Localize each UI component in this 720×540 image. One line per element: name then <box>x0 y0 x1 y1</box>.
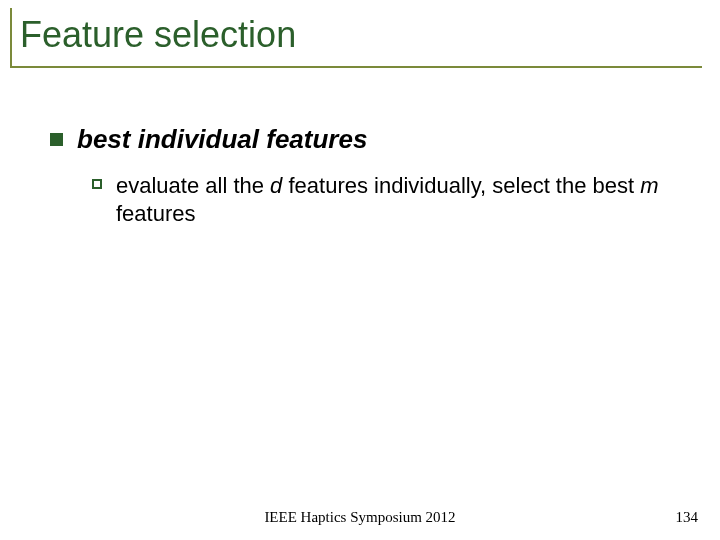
page-number: 134 <box>676 509 699 526</box>
bullet-level1: best individual features <box>50 124 367 155</box>
level1-text: best individual features <box>77 124 367 155</box>
level2-mid: features individually, select the best <box>282 173 640 198</box>
slide-title: Feature selection <box>10 8 702 66</box>
level2-m: m <box>640 173 658 198</box>
level2-pre: evaluate all the <box>116 173 270 198</box>
level2-text: evaluate all the d features individually… <box>116 172 680 227</box>
bullet-level2: evaluate all the d features individually… <box>92 172 680 227</box>
square-bullet-icon <box>50 133 63 146</box>
title-rule: Feature selection <box>10 8 702 68</box>
level2-post: features <box>116 201 196 226</box>
hollow-square-bullet-icon <box>92 179 102 189</box>
level2-d: d <box>270 173 282 198</box>
footer-text: IEEE Haptics Symposium 2012 <box>0 509 720 526</box>
